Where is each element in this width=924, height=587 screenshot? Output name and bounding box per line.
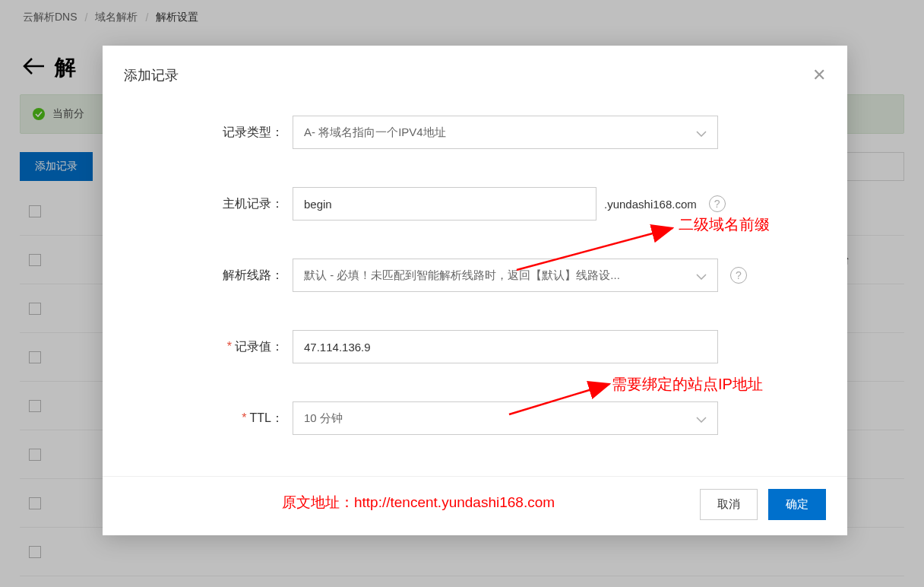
- help-icon[interactable]: ?: [730, 267, 747, 284]
- record-type-label: 记录类型：: [148, 125, 293, 141]
- annotation-source: 原文地址：http://tencent.yundashi168.com: [282, 493, 555, 512]
- help-icon[interactable]: ?: [709, 195, 726, 212]
- add-record-modal: 添加记录 ✕ 记录类型： A- 将域名指向一个IPV4地址 主机记录： .yun…: [103, 46, 847, 535]
- record-value-label: *记录值：: [148, 339, 293, 355]
- record-type-value: A- 将域名指向一个IPV4地址: [304, 125, 446, 140]
- ok-button[interactable]: 确定: [768, 489, 826, 520]
- cancel-button[interactable]: 取消: [700, 489, 758, 520]
- modal-title: 添加记录: [124, 66, 179, 84]
- resolution-line-value: 默认 - 必填！未匹配到智能解析线路时，返回【默认】线路设...: [304, 268, 620, 283]
- resolution-line-label: 解析线路：: [148, 268, 293, 284]
- resolution-line-select[interactable]: 默认 - 必填！未匹配到智能解析线路时，返回【默认】线路设...: [293, 259, 718, 292]
- ttl-label: *TTL：: [148, 411, 293, 427]
- host-suffix: .yundashi168.com: [604, 198, 697, 211]
- record-type-select[interactable]: A- 将域名指向一个IPV4地址: [293, 116, 718, 149]
- ttl-select[interactable]: 10 分钟: [293, 401, 718, 435]
- record-value-input[interactable]: [304, 341, 707, 354]
- record-value-input-box: [293, 330, 718, 363]
- host-record-input[interactable]: [304, 198, 585, 211]
- close-icon[interactable]: ✕: [812, 65, 826, 85]
- host-record-label: 主机记录：: [148, 196, 293, 212]
- host-record-input-box: [293, 187, 596, 221]
- chevron-down-icon: [696, 412, 707, 425]
- ttl-value: 10 分钟: [304, 411, 343, 426]
- chevron-down-icon: [696, 126, 707, 139]
- chevron-down-icon: [696, 269, 707, 282]
